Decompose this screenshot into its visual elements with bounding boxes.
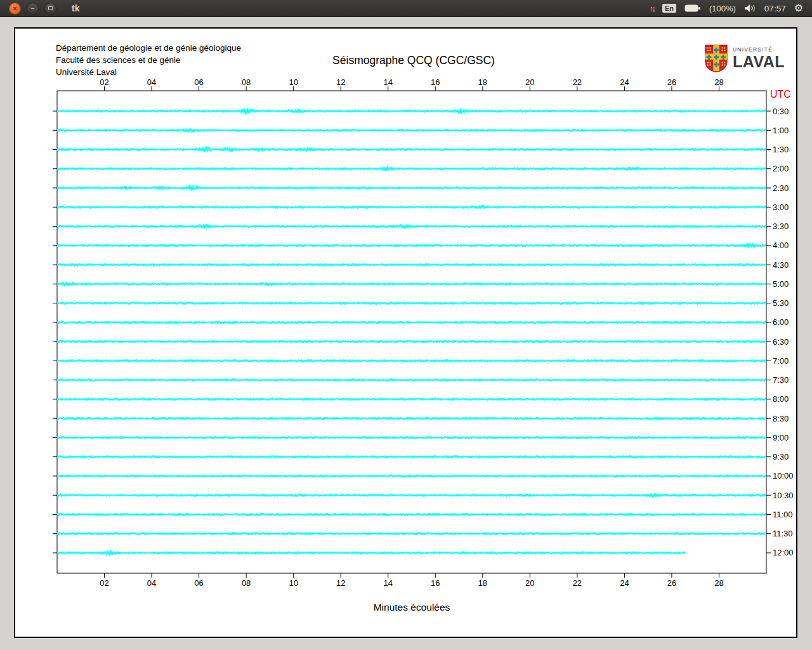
seismograph-plot: 0202040406060808101012121414161618182020… [15, 29, 796, 637]
svg-text:5:30: 5:30 [773, 298, 789, 308]
svg-text:7:30: 7:30 [773, 375, 789, 385]
svg-text:12:00: 12:00 [773, 548, 794, 557]
svg-text:1:30: 1:30 [773, 145, 789, 154]
svg-text:3:30: 3:30 [773, 222, 789, 231]
svg-text:20: 20 [525, 578, 534, 588]
maximize-icon [48, 6, 53, 10]
session-gear-icon[interactable]: ⚙ [794, 3, 803, 13]
svg-text:14: 14 [383, 77, 392, 87]
svg-text:10: 10 [289, 578, 298, 588]
svg-text:4:30: 4:30 [773, 260, 789, 270]
svg-text:02: 02 [100, 578, 108, 588]
close-icon: × [13, 5, 16, 12]
svg-text:28: 28 [714, 578, 723, 588]
svg-text:02: 02 [100, 77, 108, 87]
svg-text:18: 18 [478, 77, 487, 87]
svg-text:22: 22 [573, 77, 582, 87]
svg-text:11:30: 11:30 [773, 529, 793, 538]
window-controls: × − [0, 3, 56, 15]
svg-text:04: 04 [147, 578, 156, 588]
keyboard-layout-indicator[interactable]: En [662, 4, 676, 13]
system-tray: ↑↓ En (100%) 07:57 ⚙ [650, 3, 812, 13]
svg-text:2:00: 2:00 [773, 164, 789, 173]
svg-text:28: 28 [714, 77, 723, 87]
svg-text:24: 24 [620, 77, 629, 87]
svg-text:20: 20 [525, 77, 534, 87]
tk-window: Département de géologie et de génie géol… [14, 27, 797, 638]
svg-text:08: 08 [242, 578, 251, 588]
maximize-button[interactable] [44, 3, 56, 15]
volume-icon[interactable] [744, 4, 756, 13]
svg-text:9:30: 9:30 [773, 452, 789, 461]
svg-text:06: 06 [194, 578, 203, 588]
svg-text:10:00: 10:00 [773, 471, 794, 481]
svg-text:10:30: 10:30 [773, 491, 794, 500]
svg-text:16: 16 [431, 77, 440, 87]
svg-text:10: 10 [289, 77, 298, 87]
svg-text:22: 22 [573, 578, 582, 588]
svg-text:8:30: 8:30 [773, 414, 789, 423]
svg-text:06: 06 [194, 77, 203, 87]
battery-percent: (100%) [709, 4, 736, 13]
svg-text:2:30: 2:30 [773, 183, 789, 193]
svg-text:26: 26 [667, 578, 676, 588]
network-arrows-icon[interactable]: ↑↓ [650, 4, 654, 13]
svg-text:3:00: 3:00 [773, 202, 789, 212]
svg-text:0:30: 0:30 [773, 107, 789, 116]
svg-text:12: 12 [336, 578, 345, 588]
svg-text:5:00: 5:00 [773, 279, 789, 289]
close-button[interactable]: × [9, 3, 21, 15]
svg-text:04: 04 [147, 77, 156, 87]
svg-text:12: 12 [336, 77, 345, 87]
svg-text:6:30: 6:30 [773, 337, 789, 347]
svg-text:8:00: 8:00 [773, 394, 789, 404]
svg-text:16: 16 [431, 578, 440, 588]
window-title: tk [72, 3, 79, 13]
battery-icon[interactable] [684, 4, 701, 13]
svg-text:18: 18 [478, 578, 487, 588]
minimize-button[interactable]: − [27, 3, 39, 15]
svg-text:9:00: 9:00 [773, 433, 789, 442]
svg-text:26: 26 [667, 77, 676, 87]
svg-text:4:00: 4:00 [773, 241, 789, 250]
svg-text:Minutes écoulées: Minutes écoulées [374, 602, 450, 613]
svg-text:11:00: 11:00 [773, 510, 793, 519]
top-panel: × − tk ↑↓ En (100%) 07:57 ⚙ [0, 0, 812, 17]
svg-text:14: 14 [383, 578, 392, 588]
svg-text:24: 24 [620, 578, 629, 588]
svg-text:1:00: 1:00 [773, 126, 789, 135]
svg-text:UTC: UTC [770, 89, 791, 100]
svg-text:7:00: 7:00 [773, 356, 789, 366]
clock[interactable]: 07:57 [764, 4, 786, 13]
minimize-icon: − [30, 5, 34, 12]
svg-text:6:00: 6:00 [773, 317, 789, 327]
svg-text:08: 08 [242, 77, 251, 87]
